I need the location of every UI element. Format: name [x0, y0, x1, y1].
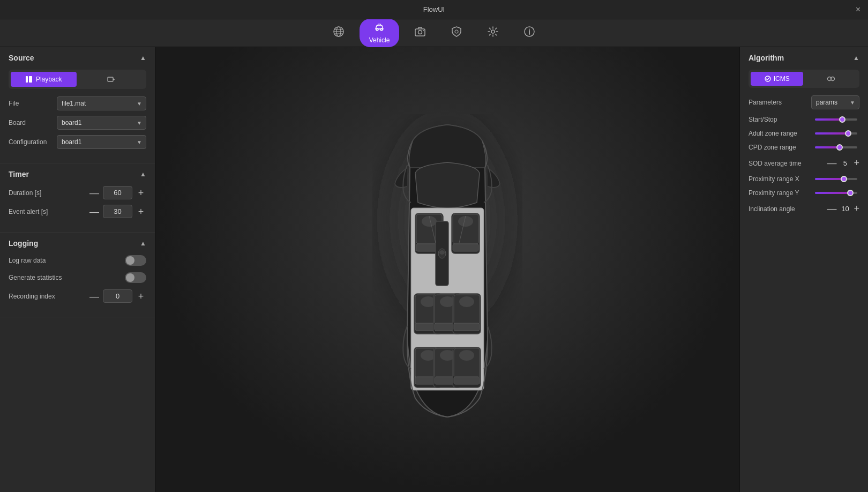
config-select-wrapper: board1 ▼: [57, 135, 146, 149]
log-raw-thumb: [126, 256, 134, 265]
logging-section: Logging ▲ Log raw data Generate statisti…: [0, 233, 155, 317]
vehicle-icon: [374, 22, 385, 35]
title-bar: FlowUI ×: [0, 0, 868, 19]
rec-index-input[interactable]: [103, 289, 132, 303]
duration-decrement[interactable]: —: [89, 188, 100, 198]
prox-y-fill: [815, 192, 850, 194]
adult-zone-thumb: [845, 130, 851, 137]
start-stop-track[interactable]: [815, 118, 857, 121]
file-row: File file1.mat ▼: [9, 96, 146, 110]
gen-stats-thumb: [126, 273, 134, 282]
start-stop-thumb: [839, 116, 845, 123]
timer-section: Timer ▲ Duration [s] — + Event alert [s]…: [0, 163, 155, 233]
prox-y-row: Proximity range Y: [749, 189, 859, 197]
prox-x-thumb: [841, 176, 847, 182]
board-select[interactable]: board1: [57, 116, 146, 130]
info-icon: [523, 26, 535, 40]
source-header: Source ▲: [9, 54, 146, 62]
adult-zone-track[interactable]: [815, 132, 857, 135]
svg-point-42: [459, 296, 474, 307]
event-label: Event alert [s]: [9, 208, 89, 215]
playback-button[interactable]: Playback: [11, 72, 77, 87]
start-stop-row: Start/Stop: [749, 116, 859, 123]
prox-y-track[interactable]: [815, 192, 857, 194]
sod-decrement[interactable]: —: [827, 158, 836, 169]
close-button[interactable]: ×: [856, 5, 860, 14]
duration-row: Duration [s] — +: [9, 186, 146, 199]
car-image: [372, 114, 522, 425]
main-layout: Source ▲ Playback: [0, 47, 868, 492]
gen-stats-toggle[interactable]: [125, 272, 146, 283]
config-select[interactable]: board1: [57, 135, 146, 149]
icms-button[interactable]: ICMS: [751, 72, 803, 86]
duration-increment[interactable]: +: [136, 188, 146, 198]
event-increment[interactable]: +: [136, 206, 146, 217]
start-stop-fill: [815, 118, 842, 121]
gen-stats-label: Generate statistics: [9, 274, 125, 281]
file-label: File: [9, 100, 57, 107]
nav-vehicle[interactable]: Vehicle: [360, 19, 400, 47]
duration-stepper: — +: [89, 186, 146, 199]
algorithm-chevron[interactable]: ▲: [853, 54, 859, 62]
right-panel: Algorithm ▲ ICMS: [739, 47, 868, 492]
source-chevron[interactable]: ▲: [140, 54, 146, 62]
incl-label: Inclination angle: [749, 205, 827, 213]
svg-point-8: [418, 31, 422, 34]
prox-x-row: Proximity range X: [749, 175, 859, 183]
logging-title: Logging: [9, 239, 38, 248]
start-stop-label: Start/Stop: [749, 116, 813, 123]
params-select[interactable]: params: [811, 95, 859, 109]
vehicle-nav-label: Vehicle: [369, 36, 390, 44]
board-select-wrapper: board1 ▼: [57, 116, 146, 130]
svg-rect-17: [108, 77, 113, 81]
duration-input[interactable]: [103, 186, 132, 199]
incl-value: 10: [840, 205, 850, 213]
config-row: Configuration board1 ▼: [9, 135, 146, 149]
rec-index-decrement[interactable]: —: [89, 291, 100, 302]
duration-label: Duration [s]: [9, 189, 89, 197]
svg-marker-18: [113, 78, 115, 80]
nav-settings[interactable]: [477, 23, 508, 43]
svg-point-10: [455, 30, 458, 33]
incl-row: Inclination angle — 10 +: [749, 203, 859, 214]
incl-increment[interactable]: +: [854, 203, 859, 214]
svg-point-54: [459, 350, 474, 361]
svg-point-11: [491, 30, 495, 33]
nav-globe[interactable]: [323, 23, 354, 43]
source-buttons: Playback: [9, 70, 146, 89]
rec-index-stepper: — +: [89, 289, 146, 303]
prox-x-track[interactable]: [815, 178, 857, 180]
log-raw-toggle[interactable]: [125, 255, 146, 266]
cpd-zone-track[interactable]: [815, 146, 857, 148]
sod-increment[interactable]: +: [854, 158, 859, 169]
board-label: Board: [9, 119, 57, 126]
incl-decrement[interactable]: —: [827, 203, 836, 214]
file-select[interactable]: file1.mat: [57, 96, 146, 110]
camera-icon: [414, 26, 426, 40]
adult-zone-label: Adult zone range: [749, 130, 813, 137]
params-label: Parameters: [749, 99, 811, 106]
adult-zone-fill: [815, 132, 848, 135]
prox-y-thumb: [847, 190, 854, 196]
log-raw-row: Log raw data: [9, 255, 146, 266]
timer-chevron[interactable]: ▲: [140, 170, 146, 178]
algo-second-button[interactable]: [805, 72, 858, 86]
log-raw-label: Log raw data: [9, 257, 125, 264]
prox-x-label: Proximity range X: [749, 175, 813, 183]
live-button[interactable]: [79, 72, 145, 87]
algorithm-buttons: ICMS: [749, 70, 859, 88]
nav-camera[interactable]: [405, 23, 436, 43]
algorithm-header: Algorithm ▲: [749, 54, 859, 62]
shield-icon: [451, 26, 462, 40]
nav-bar: Vehicle: [0, 19, 868, 47]
incl-stepper: — 10 +: [827, 203, 859, 214]
nav-shield[interactable]: [441, 23, 472, 43]
nav-info[interactable]: [514, 23, 545, 43]
timer-header: Timer ▲: [9, 170, 146, 178]
app-title: FlowUI: [423, 5, 445, 13]
event-decrement[interactable]: —: [89, 206, 100, 217]
rec-index-increment[interactable]: +: [136, 291, 146, 302]
event-input[interactable]: [103, 205, 132, 218]
svg-rect-15: [26, 76, 28, 83]
logging-chevron[interactable]: ▲: [140, 240, 146, 247]
